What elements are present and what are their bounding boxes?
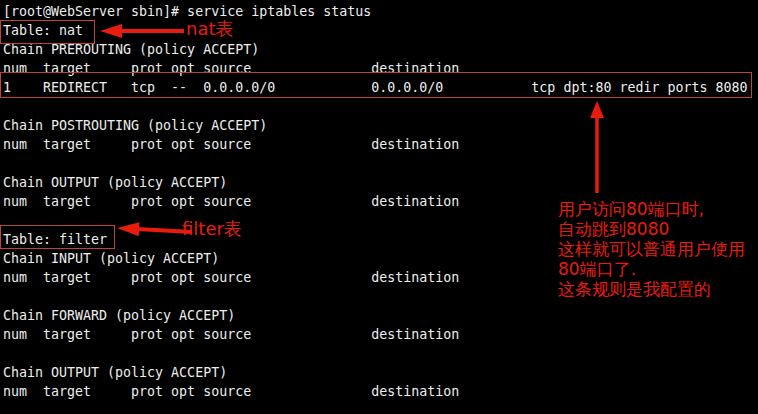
redirect-rule-note: 用户访问80端口时, 自动跳到8080 这样就可以普通用户使用 80端口了. 这…: [558, 199, 745, 299]
filter-table-label: filter表: [182, 219, 242, 239]
terminal-screen[interactable]: [root@WebServer sbin]# service iptables …: [0, 0, 758, 414]
nat-table-label: nat表: [186, 19, 234, 39]
